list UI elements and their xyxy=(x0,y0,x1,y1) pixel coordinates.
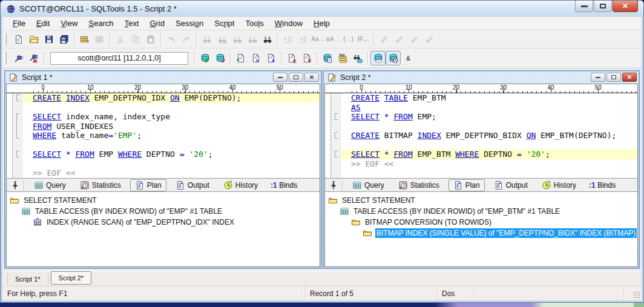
menu-edit[interactable]: Edit xyxy=(31,17,55,30)
indent-button[interactable] xyxy=(280,32,295,47)
autocomplete-button[interactable]: IF… xyxy=(356,32,371,47)
save-button[interactable] xyxy=(41,32,56,47)
menu-search[interactable]: Search xyxy=(83,17,119,30)
menu-file[interactable]: File xyxy=(7,17,31,30)
pin-icon[interactable] xyxy=(10,180,20,190)
connection-combo[interactable]: scott@orcl11 [11,2,0,1,0] xyxy=(50,52,188,65)
find-button[interactable] xyxy=(199,32,214,47)
mark-pen-clear-button[interactable] xyxy=(422,32,437,47)
save-all-button[interactable] xyxy=(56,32,71,47)
maximize-button[interactable] xyxy=(594,1,612,12)
object-ddl-button[interactable] xyxy=(320,51,335,65)
undo-button[interactable] xyxy=(163,32,179,47)
execute-all-button[interactable] xyxy=(263,51,278,65)
execute-from-cursor-button[interactable] xyxy=(248,51,263,65)
mark-pen-button[interactable] xyxy=(376,32,392,47)
child-close-button[interactable]: ✕ xyxy=(622,73,637,82)
paste-grid-button[interactable] xyxy=(92,32,107,47)
main-titlebar[interactable]: SCOTT@ORCL11 - SQLTools 1.5 - Script 2 *… xyxy=(1,1,643,17)
copy-button[interactable] xyxy=(128,32,143,47)
child-minimize-button[interactable] xyxy=(273,73,288,82)
close-button[interactable]: ✕ xyxy=(613,1,638,12)
toolbar-gripper[interactable] xyxy=(4,52,8,64)
redo-button[interactable] xyxy=(179,32,194,47)
menu-text[interactable]: Text xyxy=(119,17,145,30)
mark-pen-prev-button[interactable] xyxy=(407,32,422,47)
find-object-button[interactable] xyxy=(350,51,365,65)
tab-query[interactable]: Query xyxy=(347,179,389,191)
plan-node[interactable]: SELECT STATEMENT xyxy=(325,195,637,206)
plan-node-label: BITMAP CONVERSION (TO ROWIDS) xyxy=(364,217,493,227)
plan-node[interactable]: INDEX (RANGE SCAN) of "EMP_DEPTPNO_IDX" … xyxy=(7,217,320,228)
minimize-button[interactable] xyxy=(575,1,593,12)
commit-button[interactable] xyxy=(197,51,212,65)
child-close-button[interactable]: ✕ xyxy=(304,73,319,82)
replace-button[interactable]: A→B xyxy=(214,32,229,47)
cut-button[interactable] xyxy=(113,32,128,47)
find-previous-button[interactable] xyxy=(245,32,260,47)
mark-pen-next-button[interactable] xyxy=(392,32,407,47)
outdent-button[interactable] xyxy=(295,32,310,47)
paste-icon xyxy=(146,35,156,44)
tab-history[interactable]: History xyxy=(218,179,263,191)
toolbar-gripper[interactable] xyxy=(4,33,8,45)
tab-label: History xyxy=(235,181,258,190)
plan-node[interactable]: BITMAP INDEX (SINGLE VALUE) of "EMP_DEPT… xyxy=(325,228,637,239)
menu-grid[interactable]: Grid xyxy=(144,17,170,30)
sql-editor[interactable]: CREATE TABLE EMP_BTMASSELECT * FROM EMP;… xyxy=(341,93,637,178)
tab-statistics[interactable]: Statistics xyxy=(75,179,126,191)
resize-grip[interactable] xyxy=(633,291,640,299)
tab-output[interactable]: Output xyxy=(171,179,214,191)
tab-plan[interactable]: Plan xyxy=(130,179,166,191)
tab-statistics[interactable]: Statistics xyxy=(393,179,444,191)
sql-editor[interactable]: CREATE INDEX EMP_DEPTPNO_IDX ON EMP(DEPT… xyxy=(23,93,320,178)
toggle-statistics-toggle[interactable] xyxy=(386,51,401,65)
child-restore-button[interactable] xyxy=(606,73,621,82)
menu-session[interactable]: Session xyxy=(170,17,209,30)
sql-history-button[interactable]: SQL xyxy=(335,51,350,65)
normalize-spaces-button[interactable]: (↔) xyxy=(341,32,356,47)
execute-current-button[interactable] xyxy=(233,51,248,65)
paste-button[interactable] xyxy=(143,32,158,47)
connect-button[interactable] xyxy=(11,51,26,65)
tab-output[interactable]: Output xyxy=(489,179,533,191)
pin-icon[interactable] xyxy=(329,180,338,190)
open-file-button[interactable] xyxy=(26,32,41,47)
script1-titlebar[interactable]: Script 1 * ✕ xyxy=(6,71,320,84)
uppercase-button[interactable]: aA→ xyxy=(326,32,341,47)
find-next-button[interactable] xyxy=(229,32,245,47)
plan-node[interactable]: BITMAP CONVERSION (TO ROWIDS) xyxy=(325,217,637,228)
menu-window[interactable]: Window xyxy=(269,17,308,30)
plan-node[interactable]: TABLE ACCESS (BY INDEX ROWID) of "EMP" #… xyxy=(7,206,320,217)
menu-script[interactable]: Script xyxy=(209,17,240,30)
plan-node[interactable]: SELECT STATEMENT xyxy=(7,195,320,206)
close-icon: ✕ xyxy=(622,2,628,10)
prev-statement-button[interactable] xyxy=(299,51,314,65)
toggle-output-toggle[interactable] xyxy=(370,51,386,65)
svg-text:SQL: SQL xyxy=(339,53,345,57)
menu-help[interactable]: Help xyxy=(308,17,335,30)
tab-binds[interactable]: :1 Binds xyxy=(271,181,297,190)
tab-binds[interactable]: :1 Binds xyxy=(589,181,616,190)
doc-tab-script1[interactable]: Script 1* xyxy=(7,274,48,285)
plan-node[interactable]: TABLE ACCESS (BY INDEX ROWID) of "EMP_BT… xyxy=(325,206,637,217)
tab-query[interactable]: Query xyxy=(29,179,71,191)
substitution-button[interactable]: & xyxy=(401,51,416,65)
rollback-button[interactable] xyxy=(212,51,228,65)
script2-titlebar[interactable]: Script 2 * ✕ xyxy=(324,71,638,84)
disconnect-button[interactable] xyxy=(26,51,41,65)
find-in-files-button[interactable] xyxy=(260,32,275,47)
lowercase-button[interactable]: Aa→ xyxy=(310,32,326,47)
tab-history[interactable]: History xyxy=(537,179,581,191)
menu-view[interactable]: View xyxy=(55,17,83,30)
tab-plan[interactable]: Plan xyxy=(448,179,485,191)
doc-tab-script2[interactable]: Script 2* xyxy=(51,271,92,285)
child-restore-button[interactable] xyxy=(289,73,303,82)
next-statement-button[interactable] xyxy=(284,51,299,65)
save-icon xyxy=(44,35,54,44)
copy-grid-button[interactable] xyxy=(77,32,92,47)
menu-tools[interactable]: Tools xyxy=(240,17,269,30)
new-script-button[interactable] xyxy=(11,32,26,47)
plan-node-label: SELECT STATEMENT xyxy=(341,196,416,205)
child-minimize-button[interactable] xyxy=(591,73,605,82)
